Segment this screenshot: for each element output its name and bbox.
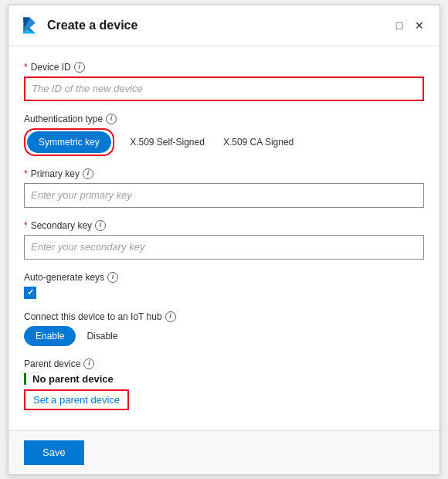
dialog-body: * Device ID i Authentication type i Symm… bbox=[8, 46, 440, 430]
secondary-key-label: * Secondary key i bbox=[24, 220, 424, 231]
primary-key-input[interactable] bbox=[24, 183, 424, 208]
dialog-header: Create a device □ ✕ bbox=[8, 5, 440, 46]
primary-key-label-text: Primary key bbox=[31, 168, 80, 179]
auth-x509-ca-signed-button[interactable]: X.509 CA Signed bbox=[214, 131, 303, 153]
enable-button[interactable]: Enable bbox=[24, 326, 76, 346]
auth-x509-self-signed-button[interactable]: X.509 Self-Signed bbox=[120, 131, 214, 153]
secondary-key-group: * Secondary key i bbox=[24, 220, 424, 260]
parent-device-label: Parent device i bbox=[24, 358, 424, 369]
device-id-label: * Device ID i bbox=[24, 62, 424, 73]
device-id-group: * Device ID i bbox=[24, 62, 424, 101]
secondary-key-label-text: Secondary key bbox=[31, 220, 92, 231]
title-area: Create a device bbox=[18, 15, 137, 36]
auth-symmetric-key-button[interactable]: Symmetric key bbox=[27, 131, 111, 153]
dialog-title: Create a device bbox=[47, 19, 137, 32]
device-id-label-text: Device ID bbox=[31, 62, 71, 73]
secondary-key-info-icon[interactable]: i bbox=[95, 220, 106, 231]
parent-device-group: Parent device i No parent device Set a p… bbox=[24, 358, 424, 410]
set-parent-device-button[interactable]: Set a parent device bbox=[24, 389, 129, 410]
connect-hub-group: Connect this device to an IoT hub i Enab… bbox=[24, 311, 424, 346]
connect-hub-info-icon[interactable]: i bbox=[165, 311, 176, 322]
dialog-controls: □ ✕ bbox=[392, 18, 427, 33]
required-star: * bbox=[24, 62, 28, 73]
connect-hub-label: Connect this device to an IoT hub i bbox=[24, 311, 424, 322]
auto-generate-label-text: Auto-generate keys bbox=[24, 272, 104, 283]
auto-generate-checkbox-container bbox=[24, 287, 424, 299]
auto-generate-group: Auto-generate keys i bbox=[24, 272, 424, 299]
set-parent-label: Set a parent device bbox=[33, 394, 120, 406]
dialog-footer: Save bbox=[8, 430, 440, 474]
auto-generate-label: Auto-generate keys i bbox=[24, 272, 424, 283]
auth-type-label-text: Authentication type bbox=[24, 114, 103, 124]
parent-device-value: No parent device bbox=[24, 373, 424, 385]
primary-key-info-icon[interactable]: i bbox=[83, 168, 93, 179]
azure-icon bbox=[18, 15, 39, 36]
primary-key-label: * Primary key i bbox=[24, 168, 424, 179]
auto-generate-info-icon[interactable]: i bbox=[107, 272, 118, 283]
parent-device-info-icon[interactable]: i bbox=[83, 358, 94, 369]
save-label: Save bbox=[42, 447, 66, 458]
auth-type-group: Authentication type i Symmetric key X.50… bbox=[24, 114, 424, 156]
minimize-button[interactable]: □ bbox=[392, 18, 407, 33]
auth-type-info-icon[interactable]: i bbox=[106, 114, 117, 124]
auto-generate-checkbox[interactable] bbox=[24, 287, 36, 299]
primary-required-star: * bbox=[24, 168, 28, 179]
disable-button[interactable]: Disable bbox=[76, 326, 128, 346]
connect-hub-toggle: Enable Disable bbox=[24, 326, 424, 346]
primary-key-group: * Primary key i bbox=[24, 168, 424, 208]
auth-type-label: Authentication type i bbox=[24, 114, 424, 124]
device-id-input[interactable] bbox=[24, 76, 424, 101]
connect-hub-label-text: Connect this device to an IoT hub bbox=[24, 311, 162, 322]
device-id-info-icon[interactable]: i bbox=[74, 62, 85, 73]
save-button[interactable]: Save bbox=[24, 440, 84, 465]
parent-device-label-text: Parent device bbox=[24, 358, 80, 369]
create-device-dialog: Create a device □ ✕ * Device ID i Authen… bbox=[8, 5, 440, 475]
close-button[interactable]: ✕ bbox=[412, 18, 427, 33]
secondary-required-star: * bbox=[24, 220, 28, 231]
auth-type-selector: Symmetric key bbox=[24, 128, 114, 156]
secondary-key-input[interactable] bbox=[24, 235, 424, 260]
